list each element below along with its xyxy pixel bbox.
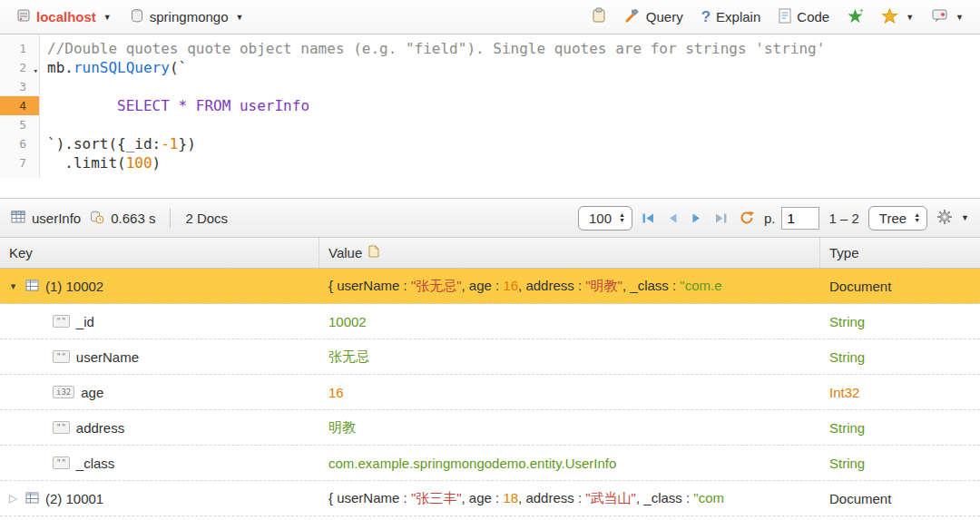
page-number-input[interactable] bbox=[781, 207, 819, 230]
favorites-menu[interactable]: ▼ bbox=[875, 4, 921, 31]
int32-type-icon: i32 bbox=[53, 386, 74, 398]
key-cell: i32age bbox=[0, 385, 319, 400]
collection-name: userInfo bbox=[32, 211, 81, 226]
row-type: Document bbox=[820, 491, 980, 506]
code-file-icon bbox=[779, 8, 791, 26]
explain-label: Explain bbox=[716, 9, 760, 25]
connection-selector[interactable]: localhost ▼ bbox=[9, 4, 119, 31]
paste-icon bbox=[368, 245, 380, 260]
result-range: 1 – 2 bbox=[828, 211, 858, 226]
field-row[interactable]: i32age16Int32 bbox=[0, 375, 980, 410]
separator bbox=[170, 208, 171, 228]
next-page-button[interactable] bbox=[691, 212, 702, 224]
collapse-icon[interactable]: ▾ bbox=[7, 280, 19, 292]
row-value: { userName : "张无忌", age : 16, address : … bbox=[319, 278, 820, 295]
row-key: age bbox=[81, 385, 103, 400]
code-line-6: `).sort({_id:-1}) bbox=[47, 134, 980, 153]
column-header-key[interactable]: Key bbox=[0, 238, 319, 268]
chevron-down-icon: ▼ bbox=[103, 13, 112, 22]
gutter-line-5: 5 bbox=[0, 115, 39, 134]
string-type-icon: "" bbox=[53, 315, 70, 328]
feedback-menu[interactable]: ▼ bbox=[925, 4, 971, 31]
expand-icon[interactable]: ▷ bbox=[7, 492, 19, 505]
table-body: ▾(1) 10002{ userName : "张无忌", age : 16, … bbox=[0, 269, 980, 516]
page-size-select[interactable]: 100 ▲▼ bbox=[578, 206, 632, 231]
add-favorite-button[interactable]: + bbox=[840, 4, 871, 31]
column-header-value[interactable]: Value bbox=[319, 238, 820, 268]
string-type-icon: "" bbox=[53, 421, 70, 434]
row-value: 16 bbox=[319, 385, 820, 400]
page-number-group: p. bbox=[764, 207, 820, 230]
stepper-arrows-icon: ▲▼ bbox=[619, 212, 625, 223]
elapsed-time: 0.663 s bbox=[90, 210, 155, 227]
elapsed-label: 0.663 s bbox=[111, 211, 155, 226]
chevron-down-icon: ▼ bbox=[956, 13, 964, 22]
editor-splitter[interactable] bbox=[0, 178, 980, 198]
field-row[interactable]: ""_id10002String bbox=[0, 304, 980, 339]
page-prefix: p. bbox=[764, 211, 776, 226]
row-key: address bbox=[76, 420, 124, 436]
string-type-icon: "" bbox=[53, 456, 70, 469]
query-button[interactable]: Query bbox=[617, 4, 691, 31]
row-type: Int32 bbox=[820, 385, 980, 400]
row-type: String bbox=[820, 420, 980, 436]
query-editor[interactable]: 12▾34567 //Double quotes quote object na… bbox=[0, 34, 980, 178]
code-label: Code bbox=[797, 9, 829, 25]
last-page-button[interactable] bbox=[714, 212, 728, 224]
key-cell: ""userName bbox=[0, 349, 319, 365]
code-button[interactable]: Code bbox=[771, 4, 837, 31]
database-selector[interactable]: springmongo ▼ bbox=[122, 4, 251, 31]
column-header-type[interactable]: Type bbox=[820, 238, 980, 268]
gutter-line-4: 4 bbox=[0, 96, 39, 115]
code-line-2: mb.runSQLQuery(` bbox=[47, 58, 980, 77]
string-type-icon: "" bbox=[53, 350, 70, 363]
value-column-label: Value bbox=[328, 245, 362, 260]
document-icon bbox=[25, 279, 39, 294]
code-line-4: SELECT * FROM userInfo bbox=[47, 96, 980, 115]
collection-tab[interactable]: userInfo bbox=[11, 211, 81, 226]
view-mode-select[interactable]: Tree ▲▼ bbox=[868, 206, 927, 231]
type-column-label: Type bbox=[829, 245, 859, 260]
field-row[interactable]: ""address明教String bbox=[0, 410, 980, 446]
row-key: (2) 10001 bbox=[45, 491, 103, 506]
gutter-line-2: 2▾ bbox=[0, 58, 39, 77]
document-icon bbox=[25, 491, 39, 506]
row-type: String bbox=[820, 456, 980, 471]
explain-button[interactable]: ? Explain bbox=[694, 4, 769, 31]
gutter-line-7: 7 bbox=[0, 153, 39, 172]
stepper-arrows-icon: ▲▼ bbox=[914, 212, 920, 223]
key-cell: ""_id bbox=[0, 314, 319, 329]
key-column-label: Key bbox=[9, 245, 33, 260]
row-type: String bbox=[820, 314, 980, 329]
field-row[interactable]: ""_classcom.example.springmongodemo.enti… bbox=[0, 446, 980, 481]
timer-icon bbox=[90, 210, 104, 227]
prev-page-button[interactable] bbox=[667, 212, 679, 224]
gear-icon bbox=[936, 209, 953, 228]
row-value: { userName : "张三丰", age : 18, address : … bbox=[319, 490, 820, 507]
gutter-line-1: 1 bbox=[0, 39, 39, 58]
snippets-button[interactable] bbox=[584, 4, 613, 31]
feedback-icon bbox=[932, 8, 948, 25]
row-key: (1) 10002 bbox=[45, 279, 103, 294]
document-row[interactable]: ▾(1) 10002{ userName : "张无忌", age : 16, … bbox=[0, 269, 980, 304]
favorites-star-icon bbox=[882, 8, 898, 26]
code-line-5 bbox=[47, 115, 980, 134]
doc-count: 2 Docs bbox=[185, 211, 228, 226]
server-icon bbox=[16, 8, 31, 25]
row-value: 10002 bbox=[319, 314, 820, 329]
pagination-nav bbox=[642, 211, 755, 225]
field-row[interactable]: ""userName张无忌String bbox=[0, 339, 980, 375]
settings-menu[interactable]: ▼ bbox=[936, 209, 969, 228]
chevron-down-icon: ▼ bbox=[961, 213, 969, 222]
first-page-button[interactable] bbox=[642, 212, 655, 224]
database-icon bbox=[130, 8, 144, 26]
code-line-7: .limit(100) bbox=[47, 153, 980, 172]
row-key: _class bbox=[76, 456, 115, 471]
hammer-icon bbox=[624, 7, 641, 26]
chevron-down-icon: ▼ bbox=[236, 13, 244, 22]
row-type: String bbox=[820, 349, 980, 365]
grid-icon bbox=[11, 211, 25, 226]
key-cell: ▾(1) 10002 bbox=[0, 279, 319, 294]
refresh-button[interactable] bbox=[740, 211, 755, 225]
document-row[interactable]: ▷(2) 10001{ userName : "张三丰", age : 18, … bbox=[0, 481, 980, 516]
